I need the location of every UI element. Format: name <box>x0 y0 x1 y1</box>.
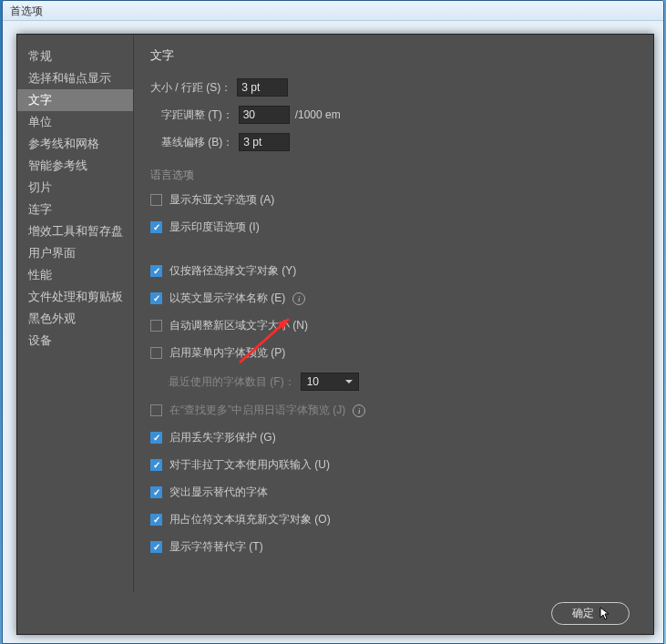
english-names-checkbox[interactable] <box>150 292 162 304</box>
jp-preview-row[interactable]: 在“查找更多”中启用日语字体预览 (J) i <box>150 403 637 418</box>
sidebar-item-7[interactable]: 连字 <box>17 199 133 220</box>
highlight-alt-label: 突出显示替代的字体 <box>169 485 268 500</box>
info-icon[interactable]: i <box>292 292 305 305</box>
kerning-label: 字距调整 (T)： <box>161 107 233 123</box>
inline-input-checkbox[interactable] <box>150 459 162 471</box>
recent-fonts-value: 10 <box>307 375 319 388</box>
english-names-row[interactable]: 以英文显示字体名称 (E) i <box>150 291 637 306</box>
dialog-body: 常规选择和锚点显示文字单位参考线和网格智能参考线切片连字增效工具和暂存盘用户界面… <box>17 35 653 592</box>
size-input[interactable] <box>237 78 288 97</box>
kerning-row: 字距调整 (T)： /1000 em <box>161 106 637 124</box>
missing-glyph-checkbox[interactable] <box>150 432 162 444</box>
size-row: 大小 / 行距 (S)： <box>150 78 637 97</box>
show-alt-label: 显示字符替代字 (T) <box>169 539 263 555</box>
recent-fonts-select[interactable]: 10 <box>301 373 359 391</box>
kerning-unit: /1000 em <box>295 108 341 121</box>
inline-input-label: 对于非拉丁文本使用内联输入 (U) <box>169 457 330 473</box>
window-title: 首选项 <box>10 5 43 17</box>
east-asian-label: 显示东亚文字选项 (A) <box>169 192 274 208</box>
panel-title: 文字 <box>150 47 637 64</box>
recent-fonts-label: 最近使用的字体数目 (F)： <box>169 374 295 390</box>
show-alt-row[interactable]: 显示字符替代字 (T) <box>150 539 637 555</box>
kerning-input[interactable] <box>239 106 290 124</box>
sidebar-item-5[interactable]: 智能参考线 <box>17 155 133 177</box>
sidebar-item-12[interactable]: 黑色外观 <box>17 308 133 330</box>
east-asian-checkbox[interactable] <box>150 194 162 206</box>
info-icon[interactable]: i <box>353 404 365 417</box>
missing-glyph-label: 启用丢失字形保护 (G) <box>169 430 276 445</box>
sidebar-item-10[interactable]: 性能 <box>17 264 133 286</box>
menu-preview-label: 启用菜单内字体预览 (P) <box>169 345 285 361</box>
path-only-row[interactable]: 仅按路径选择文字对象 (Y) <box>150 263 637 279</box>
jp-preview-checkbox[interactable] <box>150 404 162 416</box>
size-label: 大小 / 行距 (S)： <box>150 80 231 96</box>
sidebar-item-4[interactable]: 参考线和网格 <box>17 133 133 155</box>
sidebar-item-8[interactable]: 增效工具和暂存盘 <box>17 220 133 242</box>
sidebar-item-13[interactable]: 设备 <box>17 330 133 352</box>
menu-preview-row[interactable]: 启用菜单内字体预览 (P) <box>150 345 637 361</box>
indic-label: 显示印度语选项 (I) <box>169 220 260 235</box>
auto-size-label: 自动调整新区域文字大小 (N) <box>169 318 308 333</box>
auto-size-row[interactable]: 自动调整新区域文字大小 (N) <box>150 318 637 333</box>
inline-input-row[interactable]: 对于非拉丁文本使用内联输入 (U) <box>150 457 637 473</box>
indic-row[interactable]: 显示印度语选项 (I) <box>150 220 637 235</box>
sidebar-item-0[interactable]: 常规 <box>17 46 133 67</box>
recent-fonts-row: 最近使用的字体数目 (F)： 10 <box>169 373 637 391</box>
window-titlebar: 首选项 <box>3 1 663 21</box>
show-alt-checkbox[interactable] <box>150 541 162 553</box>
preferences-dialog: 常规选择和锚点显示文字单位参考线和网格智能参考线切片连字增效工具和暂存盘用户界面… <box>16 34 654 635</box>
path-only-label: 仅按路径选择文字对象 (Y) <box>169 263 296 279</box>
baseline-label: 基线偏移 (B)： <box>161 135 233 150</box>
sidebar-item-1[interactable]: 选择和锚点显示 <box>17 67 133 89</box>
outer-window: 首选项 常规选择和锚点显示文字单位参考线和网格智能参考线切片连字增效工具和暂存盘… <box>2 0 664 644</box>
menu-preview-checkbox[interactable] <box>150 347 162 359</box>
baseline-input[interactable] <box>239 133 290 151</box>
baseline-row: 基线偏移 (B)： <box>161 133 637 151</box>
placeholder-fill-checkbox[interactable] <box>150 514 162 526</box>
east-asian-row[interactable]: 显示东亚文字选项 (A) <box>150 192 637 208</box>
indic-checkbox[interactable] <box>150 221 162 233</box>
lang-group-title: 语言选项 <box>150 168 637 183</box>
path-only-checkbox[interactable] <box>150 265 162 277</box>
button-bar: 确定 <box>17 592 653 634</box>
english-names-label: 以英文显示字体名称 (E) <box>169 291 285 306</box>
highlight-alt-row[interactable]: 突出显示替代的字体 <box>150 485 637 500</box>
sidebar-item-9[interactable]: 用户界面 <box>17 242 133 264</box>
highlight-alt-checkbox[interactable] <box>150 486 162 498</box>
content-panel: 文字 大小 / 行距 (S)： 字距调整 (T)： /1000 em 基线偏移 … <box>134 35 653 592</box>
ok-button[interactable]: 确定 <box>551 602 630 625</box>
sidebar-item-6[interactable]: 切片 <box>17 177 133 199</box>
sidebar-item-2[interactable]: 文字 <box>17 89 133 111</box>
placeholder-fill-label: 用占位符文本填充新文字对象 (O) <box>169 512 331 527</box>
auto-size-checkbox[interactable] <box>150 320 162 332</box>
sidebar: 常规选择和锚点显示文字单位参考线和网格智能参考线切片连字增效工具和暂存盘用户界面… <box>17 35 134 592</box>
placeholder-fill-row[interactable]: 用占位符文本填充新文字对象 (O) <box>150 512 637 527</box>
cursor-icon <box>599 607 609 619</box>
missing-glyph-row[interactable]: 启用丢失字形保护 (G) <box>150 430 637 445</box>
ok-button-label: 确定 <box>572 606 594 621</box>
sidebar-item-3[interactable]: 单位 <box>17 111 133 133</box>
jp-preview-label: 在“查找更多”中启用日语字体预览 (J) <box>169 403 345 418</box>
sidebar-item-11[interactable]: 文件处理和剪贴板 <box>17 286 133 308</box>
